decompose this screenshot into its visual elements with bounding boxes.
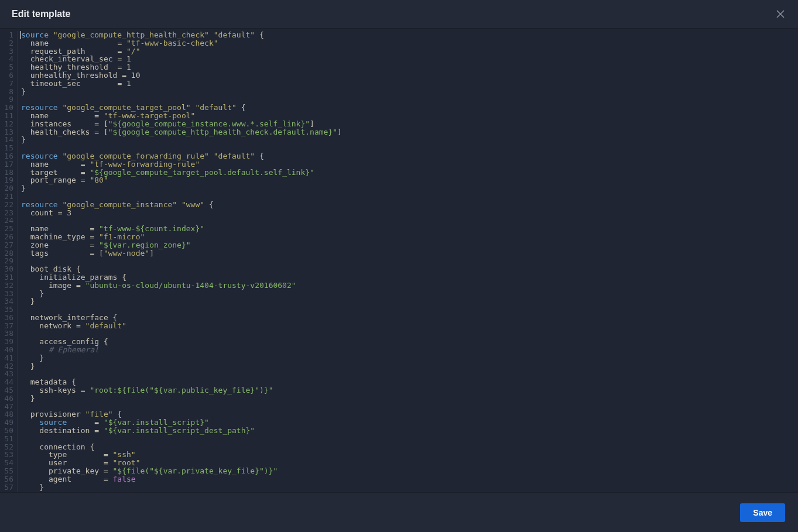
line-number: 9	[0, 95, 13, 104]
line-number: 41	[0, 354, 13, 362]
code-line[interactable]	[21, 330, 798, 338]
line-number: 34	[0, 297, 13, 306]
code-line[interactable]: tags = ["www-node"]	[21, 249, 798, 258]
line-number: 39	[0, 338, 13, 346]
code-line[interactable]: user = "root"	[21, 459, 798, 467]
line-number: 28	[0, 249, 13, 258]
code-line[interactable]: instances = ["${google_compute_instance.…	[21, 120, 798, 128]
code-line[interactable]: }	[21, 184, 798, 193]
code-line[interactable]: name = "tf-www-target-pool"	[21, 112, 798, 120]
code-line[interactable]: }	[21, 354, 798, 362]
code-line[interactable]	[21, 370, 798, 378]
code-line[interactable]: agent = false	[21, 475, 798, 483]
line-number: 6	[0, 71, 13, 80]
code-line[interactable]: timeout_sec = 1	[21, 80, 798, 88]
code-line[interactable]: source "google_compute_http_health_check…	[21, 31, 798, 39]
line-number: 3	[0, 47, 13, 56]
line-number: 1	[0, 31, 13, 39]
code-line[interactable]: health_checks = ["${google_compute_http_…	[21, 128, 798, 136]
code-line[interactable]: resource "google_compute_forwarding_rule…	[21, 152, 798, 160]
code-line[interactable]: }	[21, 290, 798, 298]
code-line[interactable]: resource "google_compute_target_pool" "d…	[21, 104, 798, 112]
line-number: 5	[0, 63, 13, 71]
code-line[interactable]: zone = "${var.region_zone}"	[21, 241, 798, 249]
code-line[interactable]: }	[21, 362, 798, 370]
line-number: 32	[0, 282, 13, 290]
edit-template-modal: Edit template 12345678910111213141516171…	[0, 0, 798, 532]
code-line[interactable]	[21, 95, 798, 104]
code-line[interactable]: name = "tf-www-basic-check"	[21, 39, 798, 47]
code-line[interactable]	[21, 306, 798, 314]
line-number: 12	[0, 120, 13, 128]
line-number: 11	[0, 112, 13, 120]
line-number: 4	[0, 55, 13, 63]
line-number: 44	[0, 378, 13, 386]
line-number: 42	[0, 362, 13, 370]
line-number: 24	[0, 217, 13, 225]
line-number-gutter: 1234567891011121314151617181920212223242…	[0, 31, 18, 492]
line-number: 57	[0, 483, 13, 492]
code-line[interactable]: machine_type = "f1-micro"	[21, 233, 798, 241]
line-number: 50	[0, 427, 13, 435]
line-number: 7	[0, 80, 13, 88]
code-line[interactable]: access_config {	[21, 338, 798, 346]
code-line[interactable]	[21, 403, 798, 411]
code-content[interactable]: source "google_compute_http_health_check…	[18, 31, 798, 492]
code-line[interactable]: }	[21, 394, 798, 403]
code-line[interactable]: name = "tf-www-forwarding-rule"	[21, 160, 798, 169]
code-line[interactable]: boot_disk {	[21, 265, 798, 273]
code-line[interactable]: name = "tf-www-${count.index}"	[21, 225, 798, 233]
close-icon[interactable]	[775, 8, 786, 20]
line-number: 49	[0, 418, 13, 427]
code-line[interactable]: port_range = "80"	[21, 176, 798, 184]
line-number: 21	[0, 193, 13, 201]
code-line[interactable]	[21, 193, 798, 201]
modal-footer: Save	[0, 492, 798, 532]
code-line[interactable]: destination = "${var.install_script_dest…	[21, 427, 798, 435]
code-line[interactable]: provisioner "file" {	[21, 410, 798, 418]
code-line[interactable]: source = "${var.install_script}"	[21, 418, 798, 427]
code-line[interactable]: }	[21, 88, 798, 96]
line-number: 27	[0, 241, 13, 249]
code-line[interactable]: }	[21, 136, 798, 144]
code-line[interactable]: metadata {	[21, 378, 798, 386]
code-line[interactable]: network = "default"	[21, 322, 798, 330]
code-line[interactable]: check_interval_sec = 1	[21, 55, 798, 63]
code-line[interactable]: initialize_params {	[21, 273, 798, 282]
code-line[interactable]: resource "google_compute_instance" "www"…	[21, 201, 798, 209]
line-number: 18	[0, 169, 13, 177]
line-number: 51	[0, 435, 13, 443]
code-line[interactable]: }	[21, 297, 798, 306]
line-number: 37	[0, 322, 13, 330]
modal-title: Edit template	[12, 9, 70, 19]
code-line[interactable]: healthy_threshold = 1	[21, 63, 798, 71]
line-number: 10	[0, 104, 13, 112]
code-line[interactable]: # Ephemeral	[21, 346, 798, 354]
code-line[interactable]: count = 3	[21, 209, 798, 217]
line-number: 35	[0, 306, 13, 314]
code-line[interactable]	[21, 257, 798, 265]
line-number: 26	[0, 233, 13, 241]
code-line[interactable]: ssh-keys = "root:${file("${var.public_ke…	[21, 386, 798, 394]
code-editor[interactable]: 1234567891011121314151617181920212223242…	[0, 29, 798, 492]
code-line[interactable]: network_interface {	[21, 314, 798, 322]
code-line[interactable]: }	[21, 483, 798, 492]
code-line[interactable]	[21, 435, 798, 443]
code-line[interactable]: type = "ssh"	[21, 451, 798, 459]
code-line[interactable]	[21, 144, 798, 152]
code-line[interactable]: image = "ubuntu-os-cloud/ubuntu-1404-tru…	[21, 282, 798, 290]
code-line[interactable]: request_path = "/"	[21, 47, 798, 56]
line-number: 29	[0, 257, 13, 265]
line-number: 45	[0, 386, 13, 394]
line-number: 14	[0, 136, 13, 144]
code-line[interactable]: unhealthy_threshold = 10	[21, 71, 798, 80]
line-number: 15	[0, 144, 13, 152]
line-number: 43	[0, 370, 13, 378]
code-line[interactable]: private_key = "${file("${var.private_key…	[21, 467, 798, 475]
save-button[interactable]: Save	[740, 503, 785, 522]
code-line[interactable]: connection {	[21, 443, 798, 451]
line-number: 17	[0, 160, 13, 169]
code-line[interactable]	[21, 217, 798, 225]
code-line[interactable]: target = "${google_compute_target_pool.d…	[21, 169, 798, 177]
line-number: 25	[0, 225, 13, 233]
